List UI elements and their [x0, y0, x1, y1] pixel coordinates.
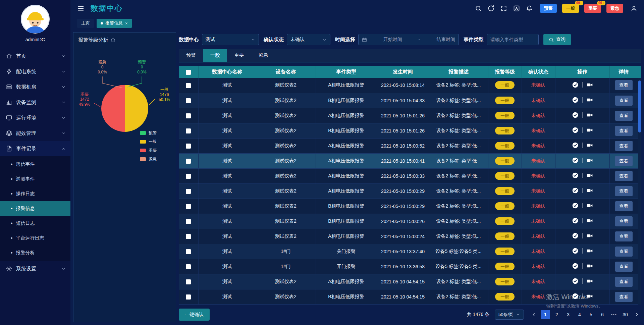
confirm-icon[interactable]	[572, 248, 579, 254]
table-row[interactable]: 测试1#门关门报警2021-05-10 13:37:40设备5 标签:设备5 类…	[179, 244, 638, 259]
data-center-select[interactable]: 测试	[202, 34, 259, 45]
view-button[interactable]: 查看	[615, 262, 633, 272]
sidebar-subitem-1[interactable]: •遥测事件	[0, 172, 70, 186]
page-button-5[interactable]: 5	[586, 310, 596, 319]
row-checkbox[interactable]	[186, 83, 191, 88]
row-checkbox[interactable]	[186, 219, 191, 224]
confirm-icon[interactable]	[572, 82, 579, 88]
view-button[interactable]: 查看	[615, 216, 633, 226]
user-icon[interactable]	[631, 5, 637, 12]
row-checkbox[interactable]	[186, 189, 191, 194]
table-row[interactable]: 测试1#门开门报警2021-05-10 13:36:58设备5 标签:设备5 类…	[179, 259, 638, 274]
confirm-icon[interactable]	[572, 172, 579, 179]
event-type-input[interactable]	[490, 37, 535, 42]
table-row[interactable]: 测试测试仪表2A相电压低限报警2021-05-10 15:00:33设备2 标签…	[179, 168, 638, 183]
confirm-all-button[interactable]: 一键确认	[179, 309, 210, 321]
page-size-select[interactable]: 50条/页	[495, 310, 524, 320]
row-checkbox[interactable]	[186, 234, 191, 239]
page-button-4[interactable]: 4	[575, 310, 584, 319]
confirm-icon[interactable]	[572, 187, 579, 194]
row-checkbox[interactable]	[186, 98, 191, 103]
page-button-6[interactable]: 6	[598, 310, 607, 319]
confirm-icon[interactable]	[572, 217, 579, 224]
table-scrollbar[interactable]	[638, 66, 641, 305]
legend-item-1[interactable]: 一般	[140, 139, 157, 145]
info-icon[interactable]	[111, 38, 115, 43]
row-checkbox[interactable]	[186, 113, 191, 118]
row-checkbox[interactable]	[186, 174, 191, 179]
page-ellipsis[interactable]: •••	[609, 310, 619, 319]
row-checkbox[interactable]	[186, 294, 191, 300]
sidebar-subitem-5[interactable]: •平台运行日志	[0, 231, 70, 246]
page-tab-1[interactable]: 报警信息×	[97, 19, 132, 28]
sidebar-item-0[interactable]: 首页	[0, 48, 70, 64]
view-button[interactable]: 查看	[615, 277, 633, 287]
sidebar-item-1[interactable]: 配电系统	[0, 64, 70, 79]
alarm-badge-1[interactable]: 一般99+	[562, 4, 579, 13]
row-checkbox[interactable]	[186, 128, 191, 133]
camera-icon[interactable]	[586, 127, 593, 133]
table-row[interactable]: 测试测试仪表2A相电压低限报警2021-05-10 15:00:52设备2 标签…	[179, 138, 638, 153]
confirm-status-select[interactable]: 未确认	[287, 34, 330, 45]
prev-page-button[interactable]	[529, 310, 539, 319]
confirm-icon[interactable]	[572, 263, 579, 269]
alarm-badge-2[interactable]: 重要99+	[584, 4, 601, 13]
refresh-icon[interactable]	[488, 5, 494, 12]
table-row[interactable]: 测试测试仪表2B相电压低限报警2021-05-10 15:04:33设备2 标签…	[179, 93, 638, 108]
table-row[interactable]: 测试测试仪表2A相电压低限报警2021-05-10 04:54:15设备2 标签…	[179, 274, 638, 289]
table-row[interactable]: 测试测试仪表2A相电压低限报警2021-05-10 15:00:24设备2 标签…	[179, 229, 638, 244]
date-range-picker[interactable]: 开始时间 - 结束时间	[358, 34, 459, 45]
confirm-icon[interactable]	[572, 278, 579, 284]
camera-icon[interactable]	[586, 142, 593, 149]
table-row[interactable]: 测试测试仪表2B相电压低限报警2021-05-10 15:01:26设备2 标签…	[179, 123, 638, 138]
view-button[interactable]: 查看	[615, 126, 633, 136]
camera-icon[interactable]	[586, 293, 593, 300]
bell-icon[interactable]	[526, 5, 533, 12]
table-row[interactable]: 测试测试仪表2B相电压低限报警2021-05-10 15:00:26设备2 标签…	[179, 214, 638, 229]
sidebar-item-5[interactable]: 能效管理	[0, 125, 70, 141]
sidebar-item-4[interactable]: 运行环境	[0, 110, 70, 125]
sidebar-subitem-2[interactable]: •操作日志	[0, 186, 70, 201]
search-icon[interactable]	[475, 5, 482, 12]
select-all-checkbox[interactable]	[186, 70, 191, 75]
sidebar-subitem-6[interactable]: •报警分析	[0, 246, 70, 260]
view-button[interactable]: 查看	[615, 292, 633, 302]
alarm-badge-3[interactable]: 紧急	[606, 4, 623, 13]
confirm-icon[interactable]	[572, 127, 579, 133]
row-checkbox[interactable]	[186, 264, 191, 269]
camera-icon[interactable]	[586, 187, 593, 194]
camera-icon[interactable]	[586, 202, 593, 209]
view-button[interactable]: 查看	[615, 111, 633, 121]
camera-icon[interactable]	[586, 97, 593, 103]
legend-item-3[interactable]: 紧急	[140, 156, 157, 162]
table-row[interactable]: 测试测试仪表2B相电压低限报警2021-05-10 15:00:29设备2 标签…	[179, 199, 638, 214]
table-row[interactable]: 测试测试仪表2B相电压低限报警2021-05-10 04:54:15设备2 标签…	[179, 289, 638, 304]
row-checkbox[interactable]	[186, 144, 191, 149]
row-checkbox[interactable]	[186, 279, 191, 284]
tab-close-icon[interactable]: ×	[125, 21, 128, 26]
translate-icon[interactable]	[513, 5, 520, 12]
row-checkbox[interactable]	[186, 159, 191, 164]
alarm-tab-1[interactable]: 一般	[203, 49, 227, 62]
scrollbar-thumb[interactable]	[638, 80, 641, 132]
confirm-icon[interactable]	[572, 157, 579, 164]
sidebar-item-3[interactable]: 设备监测	[0, 95, 70, 110]
view-button[interactable]: 查看	[615, 156, 633, 166]
confirm-icon[interactable]	[572, 293, 579, 300]
confirm-icon[interactable]	[572, 232, 579, 239]
table-row[interactable]: 测试测试仪表2A相电压低限报警2021-05-10 15:08:14设备2 标签…	[179, 78, 638, 93]
sidebar-item-6[interactable]: 事件记录	[0, 141, 70, 156]
page-tab-0[interactable]: 主页	[77, 19, 94, 28]
camera-icon[interactable]	[586, 248, 593, 254]
camera-icon[interactable]	[586, 217, 593, 224]
view-button[interactable]: 查看	[615, 171, 633, 181]
camera-icon[interactable]	[586, 232, 593, 239]
menu-toggle-icon[interactable]	[77, 5, 85, 12]
page-button-3[interactable]: 3	[564, 310, 573, 319]
alarm-tab-2[interactable]: 重要	[227, 49, 251, 62]
page-button-2[interactable]: 2	[552, 310, 561, 319]
confirm-icon[interactable]	[572, 142, 579, 149]
row-checkbox[interactable]	[186, 204, 191, 209]
table-row[interactable]: 测试测试仪表2A相电压低限报警2021-05-10 15:00:29设备2 标签…	[179, 183, 638, 199]
page-button-30[interactable]: 30	[621, 310, 630, 319]
